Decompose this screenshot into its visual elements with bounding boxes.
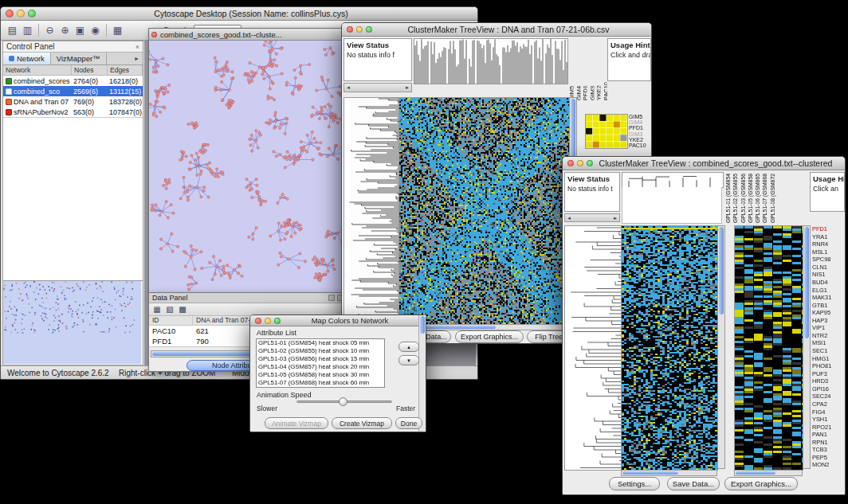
scroll-thumb[interactable]	[622, 471, 678, 475]
birdseye-canvas[interactable]	[3, 281, 141, 364]
gene-label[interactable]: PEP5	[812, 454, 845, 462]
status-pager[interactable]: ◄ ►	[344, 83, 412, 92]
open-session-icon[interactable]: ▤	[5, 23, 20, 37]
right-arrow-icon[interactable]: ►	[613, 216, 618, 221]
zoom-vscrollbar[interactable]	[803, 225, 811, 469]
global-hscrollbar[interactable]	[621, 470, 717, 476]
zoom-window-button[interactable]	[28, 10, 36, 18]
gene-label[interactable]: ELG1	[812, 287, 845, 295]
zoom-window-button[interactable]	[587, 160, 593, 166]
gene-label[interactable]: TCB3	[812, 446, 845, 454]
attribute-item[interactable]: GPL51-03 (GSM856) heat shock 15 min	[257, 355, 384, 363]
zoom-selected-icon[interactable]: ◉	[88, 23, 103, 37]
save-data-button[interactable]: Save Data...	[667, 477, 720, 490]
close-button[interactable]	[567, 160, 574, 166]
zoom-in-icon[interactable]: ⊕	[57, 23, 73, 37]
map-colors-titlebar[interactable]: Map Colors to Network	[250, 315, 426, 326]
attribute-item[interactable]: GPL51-04 (GSM857) heat shock 20 min	[257, 363, 384, 371]
column-label[interactable]: GPL51-06 (GSM865	[755, 172, 761, 223]
right-arrow-icon[interactable]: ►	[405, 85, 410, 90]
column-label[interactable]: PAC10	[602, 38, 608, 100]
network-list-item[interactable]: combined_scores 2764(0) 16218(0)	[3, 76, 143, 86]
status-pager[interactable]: ◄ ►	[564, 213, 620, 222]
select-attributes-icon[interactable]: ▦	[152, 305, 162, 315]
tab-network[interactable]: Network	[3, 53, 51, 64]
gene-label[interactable]: HRD3	[812, 377, 845, 385]
column-label[interactable]: GPL51-03 (GSM856	[740, 172, 747, 223]
delete-attribute-icon[interactable]: ▩	[178, 305, 187, 315]
treeview-dna-titlebar[interactable]: ClusterMaker TreeView : DNA and Tran 07-…	[342, 23, 651, 37]
close-button[interactable]	[255, 318, 261, 324]
slider-thumb[interactable]	[339, 397, 347, 406]
minimize-button[interactable]	[356, 26, 363, 33]
attribute-list-scrollbar[interactable]	[418, 315, 426, 432]
gene-label[interactable]: CPA2	[812, 400, 845, 408]
close-button[interactable]	[347, 26, 353, 33]
export-graphics-button[interactable]: Export Graphics...	[724, 477, 798, 490]
zoom-out-icon[interactable]: ⊖	[42, 23, 57, 37]
gene-label[interactable]: YRA1	[812, 233, 845, 241]
snapshot-icon[interactable]: ▦	[110, 23, 125, 37]
gene-label[interactable]: NTR2	[812, 332, 845, 340]
gene-label[interactable]: VIP1	[812, 324, 845, 332]
attribute-list[interactable]: GPL51-01 (GSM854) heat shock 05 minGPL51…	[256, 338, 385, 388]
gene-label[interactable]: MON2	[812, 461, 845, 469]
row-dendrogram[interactable]	[564, 225, 622, 471]
minimize-button[interactable]	[577, 160, 583, 166]
attribute-item[interactable]: GPL51-07 (GSM868) heat shock 60 min	[257, 379, 384, 387]
gene-label[interactable]: NIS1	[812, 271, 845, 279]
gene-label[interactable]: HMG1	[812, 355, 845, 363]
gene-label[interactable]: PHO81	[812, 362, 845, 370]
minimize-button[interactable]	[17, 10, 25, 18]
row-label[interactable]: YKE2	[629, 137, 651, 143]
row-dendrogram[interactable]	[344, 97, 399, 325]
left-arrow-icon[interactable]: ◄	[346, 85, 351, 90]
animate-vizmap-button[interactable]: Animate Vizmap	[265, 417, 328, 429]
gene-label[interactable]: SEC1	[812, 347, 845, 355]
global-vscrollbar[interactable]	[717, 225, 725, 469]
animation-speed-slider[interactable]	[296, 400, 392, 403]
column-label[interactable]: GPL51-01 (GSM854	[725, 172, 732, 223]
export-graphics-button[interactable]: Export Graphics...	[455, 330, 524, 343]
heatmap-global-view[interactable]	[621, 225, 718, 471]
save-session-icon[interactable]: ▥	[20, 23, 35, 37]
column-label[interactable]: GPL51-02 (GSM855	[732, 172, 739, 223]
cytoscape-titlebar[interactable]: Cytoscape Desktop (Session Name: collins…	[1, 7, 477, 21]
row-label[interactable]: GIM4	[629, 119, 651, 125]
move-down-button[interactable]: ▼	[398, 355, 419, 365]
zoom-window-button[interactable]	[274, 318, 281, 324]
column-label[interactable]: GPL51-08 (GSM872	[770, 172, 776, 223]
column-label[interactable]: GPL51-05 (GSM858	[748, 172, 754, 223]
row-label[interactable]: PFD1	[629, 125, 651, 131]
attribute-item[interactable]: GPL51-02 (GSM855) heat shock 10 min	[257, 347, 384, 355]
row-label[interactable]: GIM5	[629, 114, 651, 119]
network-list-item[interactable]: sRNAPuberNov2 563(0) 107847(0)	[3, 107, 143, 117]
settings-button[interactable]: Settings...	[609, 477, 660, 490]
network-view-titlebar[interactable]: combined_scores_good.txt--cluste...	[149, 29, 347, 41]
gene-label[interactable]: MSI1	[812, 339, 845, 347]
gene-label[interactable]: RNR4	[812, 240, 845, 248]
gene-label[interactable]: RPN1	[812, 439, 845, 447]
gene-label[interactable]: MAK31	[812, 294, 845, 302]
gene-label[interactable]: KAP95	[812, 309, 845, 317]
create-vizmap-button[interactable]: Create Vizmap	[332, 417, 392, 429]
gene-label[interactable]: CLN1	[812, 264, 845, 272]
gene-label[interactable]: GTB1	[812, 302, 845, 310]
zoom-fit-icon[interactable]: ▣	[73, 23, 88, 37]
network-list-item[interactable]: DNA and Tran 07 769(0) 183728(0)	[3, 96, 143, 107]
scroll-thumb[interactable]	[736, 471, 775, 475]
treeview-combined-titlebar[interactable]: ClusterMaker TreeView : combined_scores_…	[563, 157, 845, 170]
tab-overflow-icon[interactable]: ►	[131, 53, 143, 64]
birdseye-view[interactable]	[3, 280, 143, 365]
gene-label[interactable]: YSH1	[812, 416, 845, 424]
left-arrow-icon[interactable]: ◄	[567, 216, 571, 221]
column-dendrogram[interactable]	[622, 172, 724, 188]
data-panel-tab[interactable]: Data Panel	[152, 294, 188, 302]
float-icon[interactable]	[328, 295, 335, 301]
row-label[interactable]: GIM3	[629, 131, 651, 137]
close-button[interactable]	[6, 10, 14, 18]
gene-label[interactable]: BUD4	[812, 279, 845, 287]
heatmap-zoom-view[interactable]	[585, 114, 628, 149]
network-list-item[interactable]: combined_sco 2569(6) 13112(15)	[3, 86, 143, 96]
gene-label[interactable]: SPC98	[812, 256, 845, 264]
